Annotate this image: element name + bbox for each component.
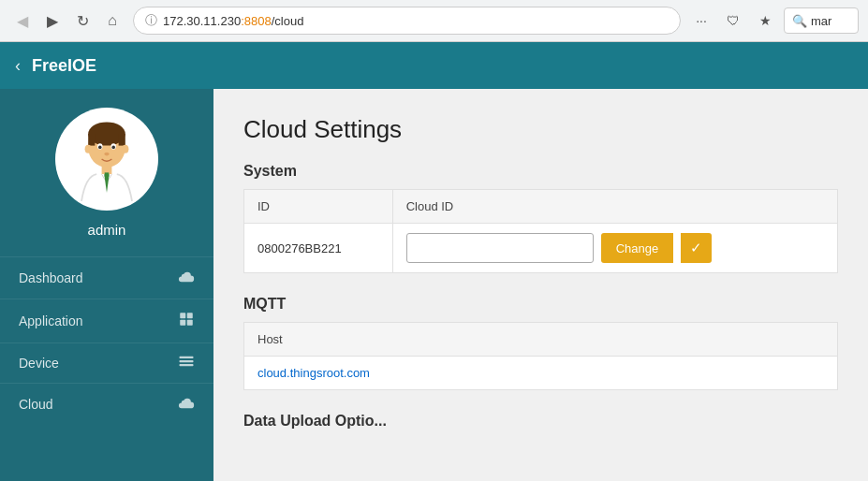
svg-rect-15 [180,320,185,326]
col-cloud-id-header: Cloud ID [392,190,837,224]
url-path: /cloud [272,14,304,28]
confirm-button[interactable]: ✓ [681,233,712,263]
url-port: :8808 [241,14,272,28]
address-url: 172.30.11.230:8808/cloud [163,14,303,28]
main-area: admin Dashboard Application Device [0,89,868,481]
info-icon: ⓘ [145,12,157,29]
menu-button[interactable]: ··· [688,7,714,34]
avatar [55,108,158,211]
sidebar-item-label-dashboard: Dashboard [19,270,176,285]
bookmark-button[interactable]: ★ [752,7,778,34]
forward-button[interactable]: ▶ [39,7,66,34]
change-button[interactable]: Change [601,233,674,263]
mqtt-section: MQTT Host cloud.thingsroot.com [243,296,838,390]
sidebar-item-application[interactable]: Application [0,299,213,343]
svg-rect-14 [187,313,193,318]
content-area: Cloud Settings System ID Cloud ID 080027… [213,89,868,481]
svg-rect-17 [180,357,194,358]
browser-chrome: ◀ ▶ ↻ ⌂ ⓘ 172.30.11.230:8808/cloud ··· 🛡… [0,0,868,42]
svg-rect-2 [88,134,95,146]
navbar-title: FreeIOE [32,56,96,76]
back-button[interactable]: ◀ [9,7,36,34]
sidebar-username: admin [88,222,126,238]
address-bar[interactable]: ⓘ 172.30.11.230:8808/cloud [133,7,681,35]
cloud-icon [176,395,195,414]
search-icon: 🔍 [792,14,807,28]
host-value-cell: cloud.thingsroot.com [244,357,838,390]
svg-rect-19 [180,364,194,366]
svg-rect-13 [180,313,185,318]
svg-rect-12 [105,172,110,177]
system-table: ID Cloud ID 0800276BB221 Change ✓ [243,189,838,273]
sidebar-item-device[interactable]: Device [0,343,213,383]
col-id-header: ID [244,190,393,224]
application-icon [178,311,195,331]
sidebar: admin Dashboard Application Device [0,89,213,481]
nav-buttons: ◀ ▶ ↻ ⌂ [9,7,125,34]
svg-rect-16 [187,320,193,326]
svg-point-8 [98,146,102,150]
cloud-id-cell: Change ✓ [392,224,837,273]
system-id-cell: 0800276BB221 [244,224,393,273]
svg-point-9 [111,146,115,150]
sidebar-item-label-cloud: Cloud [19,397,176,412]
partial-section-title: Data Upload Optio... [243,413,838,430]
browser-actions: ··· 🛡 ★ 🔍 mar [688,7,859,34]
home-button[interactable]: ⌂ [99,7,125,34]
sidebar-item-dashboard[interactable]: Dashboard [0,256,213,299]
svg-point-5 [122,145,128,153]
refresh-button[interactable]: ↻ [69,7,96,34]
host-value: cloud.thingsroot.com [257,366,370,380]
dashboard-icon [176,269,195,287]
system-section-title: System [243,163,838,180]
mqtt-table: Host cloud.thingsroot.com [243,322,838,390]
sidebar-item-label-device: Device [19,356,178,371]
sidebar-nav: Dashboard Application Device [0,256,213,425]
svg-rect-18 [180,360,194,362]
mqtt-section-title: MQTT [243,296,838,313]
system-section: System ID Cloud ID 0800276BB221 [243,163,838,273]
url-host: 172.30.11.230 [163,14,241,28]
system-row: 0800276BB221 Change ✓ [244,224,838,273]
device-icon [178,355,195,372]
page-title: Cloud Settings [243,115,838,144]
avatar-image [65,117,149,201]
navbar-back-button[interactable]: ‹ [15,56,21,76]
search-value: mar [811,14,831,28]
search-box[interactable]: 🔍 mar [784,7,859,34]
cloud-id-input[interactable] [406,233,594,263]
sidebar-item-cloud[interactable]: Cloud [0,383,213,425]
cloud-id-input-group: Change ✓ [406,233,824,263]
svg-rect-3 [119,134,125,146]
svg-point-4 [85,145,92,153]
top-navbar: ‹ FreeIOE [0,42,868,89]
sidebar-item-label-application: Application [19,313,178,328]
app-container: ‹ FreeIOE [0,42,868,481]
col-host-header: Host [244,323,838,357]
mqtt-row: cloud.thingsroot.com [244,357,838,390]
svg-point-10 [104,153,109,156]
pocket-button[interactable]: 🛡 [720,7,746,34]
